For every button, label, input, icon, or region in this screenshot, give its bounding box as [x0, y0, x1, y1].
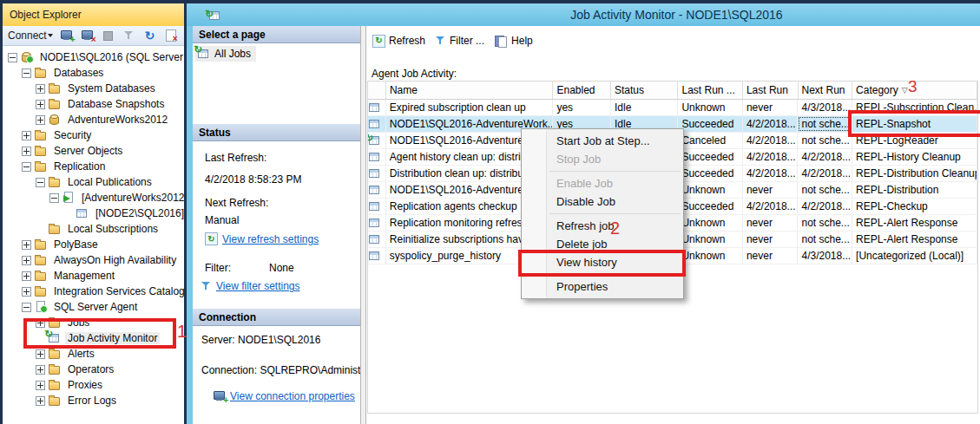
column-header-next-run[interactable]: Next Run: [799, 82, 853, 99]
cell-last-run-outcome: Succeeded: [678, 166, 742, 181]
menu-item-view-history[interactable]: View history: [522, 253, 683, 271]
cell-last-run-outcome: Unknown: [678, 232, 742, 247]
cell-last-run-outcome: Succeeded: [678, 199, 742, 214]
collapse-glyph[interactable]: [22, 303, 31, 312]
column-header-enabled[interactable]: Enabled: [553, 82, 611, 99]
menu-item-refresh-job[interactable]: Refresh job: [522, 217, 683, 235]
cell-last-run-outcome: Unknown: [678, 248, 742, 264]
collapse-glyph[interactable]: [22, 162, 31, 172]
job-icon-cell: [368, 116, 386, 132]
job-icon: [368, 101, 382, 114]
subscription-icon: [76, 206, 89, 220]
tree-item-label: Management: [51, 270, 117, 282]
cell-last-run-outcome: Unknown: [678, 215, 742, 231]
filter-settings-icon: [201, 281, 212, 291]
job-icon-cell: [368, 232, 386, 247]
connect-button[interactable]: Connect: [8, 29, 53, 42]
expand-glyph[interactable]: [36, 381, 45, 390]
connect-server-icon[interactable]: [61, 30, 73, 42]
job-activity-monitor-titlebar[interactable]: Job Activity Monitor - NODE1\SQL2016: [187, 3, 980, 26]
collapse-glyph[interactable]: [22, 68, 31, 78]
cell-last-run: 4/2/2018...: [743, 149, 799, 165]
column-header-icon[interactable]: [368, 82, 386, 99]
tree-item-job-activity-monitor[interactable]: Job Activity Monitor: [3, 330, 184, 346]
expand-glyph[interactable]: [22, 240, 31, 250]
tree-item-server-objects[interactable]: Server Objects: [3, 143, 184, 159]
tree-item-node2-sql2016[interactable]: [NODE2\SQL2016].[: [3, 205, 184, 221]
tree-item-error-logs[interactable]: Error Logs: [3, 393, 184, 408]
category-filter-icon[interactable]: [902, 82, 908, 99]
expand-glyph[interactable]: [22, 256, 31, 265]
tree-item-operators[interactable]: Operators: [3, 362, 184, 377]
menu-item-properties[interactable]: Properties: [522, 277, 683, 296]
status-header: Status: [193, 124, 360, 141]
menu-separator: [549, 274, 681, 275]
disconnect-server-icon[interactable]: [82, 30, 94, 42]
tree-item-jobs[interactable]: Jobs: [3, 315, 184, 330]
script-error-icon[interactable]: [166, 29, 176, 42]
column-header-last-run[interactable]: Last Run: [743, 82, 799, 99]
column-header-last-run[interactable]: Last Run ...: [678, 82, 742, 99]
expand-glyph[interactable]: [36, 349, 45, 359]
toolbar-button-help[interactable]: Help: [492, 32, 536, 49]
tree-item-local-publications[interactable]: Local Publications: [3, 174, 184, 190]
job-icon-cell: [368, 133, 386, 148]
expand-glyph[interactable]: [36, 115, 45, 125]
collapse-glyph[interactable]: [36, 178, 45, 187]
tree-item-integration-services-catalogs[interactable]: Integration Services Catalogs: [3, 284, 184, 299]
menu-item-start-job-at-step[interactable]: Start Job at Step...: [522, 132, 683, 150]
view-filter-settings-link[interactable]: View filter settings: [216, 280, 300, 292]
cell-last-run: 4/2/2018...: [743, 166, 799, 181]
toolbar-button-label: Refresh: [389, 35, 425, 47]
refresh-icon[interactable]: [145, 29, 155, 42]
tree-item-polybase[interactable]: PolyBase: [3, 237, 184, 252]
job-row-expired-subscription-clean-up[interactable]: Expired subscription clean upyesIdleUnkn…: [368, 100, 977, 116]
column-header-name[interactable]: Name: [386, 82, 554, 99]
tree-item-alerts[interactable]: Alerts: [3, 346, 184, 362]
view-connection-properties-link[interactable]: View connection properties: [230, 390, 355, 402]
collapse-glyph[interactable]: [8, 53, 17, 62]
tree-item-management[interactable]: Management: [3, 268, 184, 284]
pane-splitter[interactable]: [360, 26, 366, 424]
tree-item-proxies[interactable]: Proxies: [3, 377, 184, 393]
expand-glyph[interactable]: [22, 271, 31, 281]
expand-glyph[interactable]: [36, 318, 45, 328]
tree-item-system-databases[interactable]: System Databases: [3, 81, 184, 96]
tree-item-label: [NODE2\SQL2016].[: [93, 207, 184, 219]
expand-glyph[interactable]: [22, 287, 31, 297]
expand-glyph[interactable]: [22, 131, 31, 140]
tree-item-databases[interactable]: Databases: [3, 65, 184, 81]
view-refresh-settings-link[interactable]: View refresh settings: [222, 233, 319, 245]
cell-name: Expired subscription clean up: [386, 100, 554, 115]
expand-glyph[interactable]: [36, 365, 45, 375]
tree-item-replication[interactable]: Replication: [3, 159, 184, 174]
tree-item-security[interactable]: Security: [3, 127, 184, 143]
tree-item-database-snapshots[interactable]: Database Snapshots: [3, 96, 184, 112]
folder-icon: [48, 222, 62, 236]
job-context-menu: Start Job at Step...Stop JobEnable JobDi…: [521, 128, 684, 299]
expand-glyph[interactable]: [22, 147, 31, 156]
tree-item-label: Job Activity Monitor: [65, 332, 160, 344]
tree-item-alwayson-high-availability[interactable]: AlwaysOn High Availability: [3, 252, 184, 268]
tree-item-sql-server-agent[interactable]: SQL Server Agent: [3, 299, 184, 315]
menu-item-disable-job[interactable]: Disable Job: [522, 192, 683, 211]
expand-glyph[interactable]: [36, 84, 45, 94]
expand-glyph[interactable]: [36, 396, 45, 406]
expand-glyph[interactable]: [36, 100, 45, 109]
tree-item-adventureworks2012[interactable]: [AdventureWorks2012]:: [3, 190, 184, 205]
page-item-all-jobs[interactable]: All Jobs: [195, 46, 256, 62]
menu-item-delete-job[interactable]: Delete job: [522, 235, 683, 253]
toolbar-button-filter[interactable]: Filter ...: [433, 32, 487, 49]
toolbar-button-refresh[interactable]: Refresh: [370, 32, 428, 49]
tree-item-local-subscriptions[interactable]: Local Subscriptions: [3, 221, 184, 237]
cell-last-run: never: [743, 232, 799, 247]
tree-item-adventureworks2012[interactable]: AdventureWorks2012: [3, 112, 184, 127]
job-icon-cell: [368, 166, 386, 181]
tree-item-label: Security: [51, 129, 94, 141]
column-header-category[interactable]: Category: [852, 82, 977, 99]
tree-item-node1-sql2016-sql-server-13-0-1[interactable]: NODE1\SQL2016 (SQL Server 13.0.1: [3, 49, 184, 65]
folder-icon: [48, 316, 62, 329]
column-header-status[interactable]: Status: [611, 82, 678, 99]
collapse-glyph[interactable]: [49, 193, 59, 203]
column-header-label: Last Run: [747, 82, 788, 99]
